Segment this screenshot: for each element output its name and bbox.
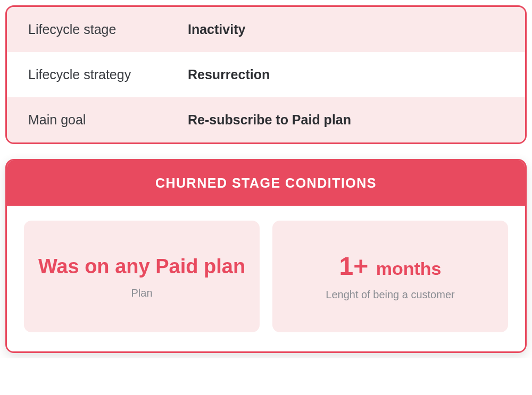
lifecycle-strategy-value: Resurrection — [188, 67, 270, 82]
main-goal-value: Re-subscribe to Paid plan — [188, 112, 351, 128]
condition-duration-number: 1+ — [339, 252, 369, 280]
main-goal-label: Main goal — [28, 112, 188, 128]
lifecycle-strategy-label: Lifecycle strategy — [28, 67, 188, 82]
main-goal-row: Main goal Re-subscribe to Paid plan — [7, 97, 525, 142]
lifecycle-stage-label: Lifecycle stage — [28, 22, 188, 37]
condition-plan-sub: Plan — [131, 287, 152, 299]
condition-duration-unit: months — [376, 258, 442, 279]
lifecycle-strategy-row: Lifecycle strategy Resurrection — [7, 52, 525, 97]
lifecycle-stage-row: Lifecycle stage Inactivity — [7, 7, 525, 52]
condition-plan-title: Was on any Paid plan — [38, 255, 245, 279]
condition-duration-title: 1+ months — [339, 254, 442, 279]
stage-conditions-card: CHURNED STAGE CONDITIONS Was on any Paid… — [5, 159, 527, 353]
stage-conditions-body: Was on any Paid plan Plan 1+ months Leng… — [7, 206, 525, 351]
stage-conditions-header: CHURNED STAGE CONDITIONS — [7, 161, 525, 206]
condition-duration-sub: Lenght of being a customer — [326, 289, 454, 301]
lifecycle-stage-value: Inactivity — [188, 22, 245, 37]
condition-plan-box: Was on any Paid plan Plan — [24, 221, 260, 332]
condition-duration-box: 1+ months Lenght of being a customer — [272, 221, 508, 332]
lifecycle-info-card: Lifecycle stage Inactivity Lifecycle str… — [5, 5, 527, 144]
